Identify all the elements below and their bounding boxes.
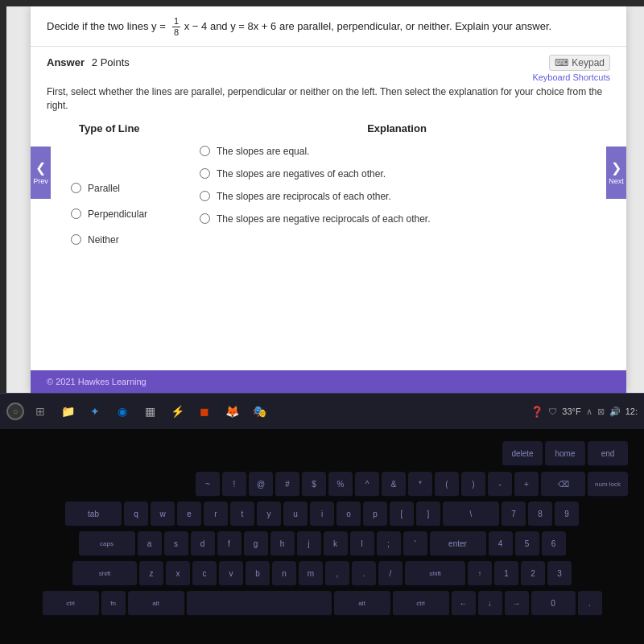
key-b[interactable]: b — [246, 561, 270, 587]
key-rctrl[interactable]: ctrl — [393, 591, 449, 617]
key-numlock[interactable]: num lock — [588, 472, 628, 497]
key-space[interactable] — [187, 591, 332, 617]
key-6[interactable]: ^ — [355, 472, 379, 497]
keypad-button[interactable]: ⌨ Keypad — [549, 55, 610, 71]
key-y[interactable]: y — [257, 502, 281, 527]
key-ctrl[interactable]: ctrl — [43, 591, 99, 617]
explanation-option-4[interactable]: The slopes are negative reciprocals of e… — [200, 213, 594, 225]
taskbar-app-icon[interactable]: 🎭 — [248, 400, 270, 423]
key-num8[interactable]: 8 — [528, 502, 552, 527]
key-8[interactable]: * — [408, 472, 432, 497]
taskbar-firefox-icon[interactable]: 🦊 — [221, 400, 243, 423]
taskbar-dropbox-icon[interactable]: ✦ — [84, 400, 106, 423]
key-rshift[interactable]: shift — [405, 561, 465, 587]
key-up[interactable]: ↑ — [468, 561, 492, 587]
key-tab[interactable]: tab — [65, 502, 122, 527]
key-o[interactable]: o — [336, 502, 361, 527]
question-mark-icon[interactable]: ❓ — [530, 406, 543, 418]
key-comma[interactable]: , — [325, 561, 349, 587]
key-j[interactable]: j — [297, 531, 321, 557]
key-lbracket[interactable]: [ — [390, 502, 414, 527]
key-rbracket[interactable]: ] — [416, 502, 440, 527]
key-num3[interactable]: 3 — [547, 561, 572, 587]
key-s[interactable]: s — [164, 531, 188, 557]
key-num2[interactable]: 2 — [521, 561, 545, 587]
key-slash[interactable]: / — [378, 561, 402, 587]
key-3[interactable]: # — [275, 472, 299, 497]
key-enter[interactable]: enter — [430, 531, 486, 557]
key-4[interactable]: $ — [302, 472, 326, 497]
explanation-option-2[interactable]: The slopes are negatives of each other. — [200, 168, 594, 180]
explanation-option-3[interactable]: The slopes are reciprocals of each other… — [200, 191, 594, 202]
key-d[interactable]: d — [191, 531, 215, 557]
chevron-icon[interactable]: ∧ — [586, 407, 592, 417]
radio-perpendicular[interactable]: Perpendicular — [71, 208, 184, 220]
key-f[interactable]: f — [217, 531, 242, 557]
key-num6[interactable]: 6 — [542, 531, 566, 557]
prev-nav-button[interactable]: ❮ Prev — [31, 147, 51, 199]
key-backspace[interactable]: ⌫ — [541, 472, 585, 497]
key-num1[interactable]: 1 — [494, 561, 518, 587]
key-caps[interactable]: caps — [79, 531, 135, 557]
key-x[interactable]: x — [166, 561, 190, 587]
key-numdot[interactable]: . — [578, 591, 602, 617]
key-z[interactable]: z — [139, 561, 163, 587]
taskbar-calendar-icon[interactable]: ▦ — [138, 400, 161, 423]
key-backslash[interactable]: \ — [443, 502, 499, 527]
key-n[interactable]: n — [272, 561, 296, 587]
key-p[interactable]: p — [363, 502, 387, 527]
key-w[interactable]: w — [151, 502, 175, 527]
radio-parallel[interactable]: Parallel — [71, 183, 184, 194]
keyboard-shortcuts-link[interactable]: Keyboard Shortcuts — [532, 72, 610, 82]
taskbar-edge-icon[interactable]: ◉ — [111, 400, 134, 423]
key-num4[interactable]: 4 — [489, 531, 513, 557]
key-c[interactable]: c — [192, 561, 217, 587]
key-v[interactable]: v — [219, 561, 243, 587]
next-nav-button[interactable]: ❯ Next — [606, 147, 626, 199]
key-r[interactable]: r — [204, 502, 228, 527]
key-minus[interactable]: - — [488, 472, 512, 497]
key-fn[interactable]: fn — [101, 591, 126, 617]
taskbar-taskview-icon[interactable]: ⊞ — [29, 400, 52, 423]
taskbar-power-icon[interactable]: ⚡ — [166, 400, 188, 423]
key-k[interactable]: k — [324, 531, 348, 557]
taskbar-search-icon[interactable]: ○ — [6, 402, 24, 420]
key-lshift[interactable]: shift — [72, 561, 137, 587]
taskbar-files-icon[interactable]: 📁 — [56, 400, 79, 423]
key-l[interactable]: l — [350, 531, 374, 557]
key-backtick[interactable]: ~ — [196, 472, 220, 497]
key-a[interactable]: a — [138, 531, 162, 557]
key-num7[interactable]: 7 — [502, 502, 526, 527]
key-h[interactable]: h — [270, 531, 295, 557]
key-g[interactable]: g — [244, 531, 268, 557]
key-quote[interactable]: ' — [403, 531, 427, 557]
explanation-option-1[interactable]: The slopes are equal. — [200, 146, 594, 157]
key-num9[interactable]: 9 — [555, 502, 579, 527]
key-eq[interactable]: + — [514, 472, 539, 497]
key-u[interactable]: u — [283, 502, 308, 527]
key-ralt[interactable]: alt — [334, 591, 390, 617]
key-t[interactable]: t — [230, 502, 254, 527]
key-i[interactable]: i — [310, 502, 334, 527]
key-delete[interactable]: delete — [502, 441, 543, 467]
key-2[interactable]: @ — [249, 472, 273, 497]
key-period[interactable]: . — [352, 561, 376, 587]
key-5[interactable]: % — [328, 472, 353, 497]
taskbar-office-icon[interactable]: ◼ — [193, 400, 216, 423]
key-left[interactable]: ← — [452, 591, 476, 617]
key-alt[interactable]: alt — [128, 591, 184, 617]
key-9[interactable]: ( — [435, 472, 459, 497]
key-0[interactable]: ) — [461, 472, 485, 497]
key-home[interactable]: home — [545, 441, 585, 467]
key-e[interactable]: e — [177, 502, 201, 527]
key-num0[interactable]: 0 — [531, 591, 576, 617]
key-end[interactable]: end — [588, 441, 628, 467]
key-down[interactable]: ↓ — [478, 591, 502, 617]
radio-neither[interactable]: Neither — [71, 234, 184, 246]
key-num5[interactable]: 5 — [515, 531, 539, 557]
key-1[interactable]: ! — [222, 472, 246, 497]
volume-icon[interactable]: 🔊 — [609, 407, 621, 417]
key-m[interactable]: m — [299, 561, 323, 587]
key-right[interactable]: → — [505, 591, 529, 617]
key-q[interactable]: q — [124, 502, 148, 527]
